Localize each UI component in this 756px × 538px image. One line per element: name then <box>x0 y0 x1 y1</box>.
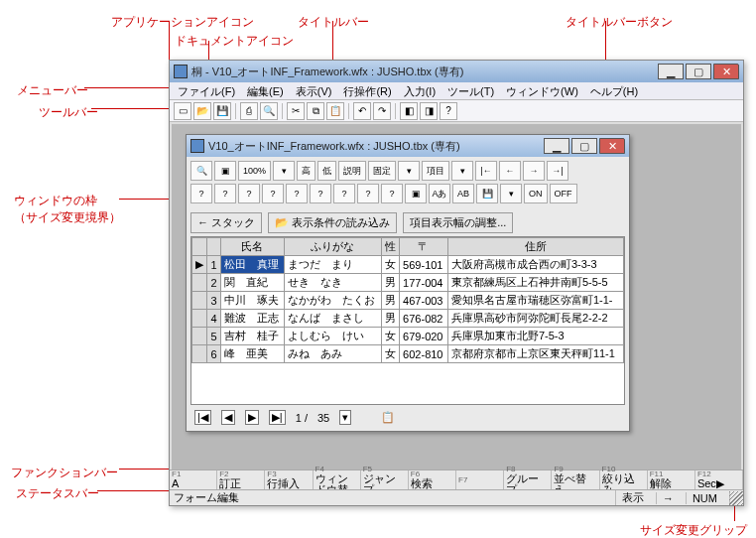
menu-window[interactable]: ウィンドウ(W) <box>502 84 582 97</box>
cell-kana[interactable]: よしむら けい <box>284 328 381 345</box>
tb-low[interactable]: 低 <box>317 161 336 181</box>
cell-kana[interactable]: みね あみ <box>284 345 381 363</box>
cell-addr[interactable]: 愛知県名古屋市瑞穂区弥富町1-1- <box>447 292 623 310</box>
cell-sex[interactable]: 女 <box>381 256 400 274</box>
fkey-f6[interactable]: F6検索 <box>409 471 456 489</box>
fkey-f11[interactable]: F11解除 <box>648 471 695 489</box>
menu-file[interactable]: ファイル(F) <box>174 84 239 97</box>
cell-zip[interactable]: 569-101 <box>400 256 448 274</box>
tb-next-icon[interactable]: → <box>523 161 545 181</box>
table-row[interactable]: 6峰 亜美みね あみ女602-810京都府京都市上京区東天秤町11-1 <box>192 345 624 363</box>
cell-name[interactable]: 関 直紀 <box>221 274 285 292</box>
child-titlebar[interactable]: V10_オートINF_Framework.wfx : JUSHO.tbx (専有… <box>187 135 629 157</box>
tb-save-icon[interactable]: 💾 <box>213 102 231 120</box>
data-grid[interactable]: 氏名 ふりがな 性 〒 住所 ▶1松田 真理まつだ まり女569-101大阪府高… <box>190 236 625 405</box>
col-addr[interactable]: 住所 <box>447 238 623 256</box>
table-row[interactable]: 2関 直紀せき なき男177-004東京都練馬区上石神井南町5-5-5 <box>192 274 624 292</box>
tb2-aあ-icon[interactable]: Aあ <box>429 184 450 203</box>
stack-button[interactable]: ← スタック <box>190 212 262 233</box>
col-indicator[interactable] <box>192 238 207 256</box>
tb-preview-icon[interactable]: 🔍 <box>260 102 278 120</box>
nav-last-icon[interactable]: ▶| <box>269 410 286 425</box>
maximize-button[interactable]: ▢ <box>686 64 711 79</box>
child-close-button[interactable]: ✕ <box>599 138 625 154</box>
tb2-save-icon[interactable]: 💾 <box>476 184 498 203</box>
tb2-btn[interactable]: ? <box>357 184 379 203</box>
cell-addr[interactable]: 東京都練馬区上石神井南町5-5-5 <box>447 274 623 292</box>
tb-off[interactable]: OFF <box>550 184 577 203</box>
close-button[interactable]: ✕ <box>713 64 739 79</box>
tb2-dd-icon[interactable]: ▾ <box>500 184 522 203</box>
fkey-f10[interactable]: F10絞り込み <box>600 471 648 489</box>
cell-sex[interactable]: 男 <box>381 310 400 328</box>
cell-name[interactable]: 松田 真理 <box>221 256 285 274</box>
cell-addr[interactable]: 京都府京都市上京区東天秤町11-1 <box>447 345 623 363</box>
tb-redo-icon[interactable]: ↷ <box>373 102 391 120</box>
load-cond-button[interactable]: 📂 表示条件の読み込み <box>268 212 397 233</box>
fkey-f3[interactable]: F3行挿入 <box>265 471 313 489</box>
fkey-f2[interactable]: F2訂正 <box>217 471 265 489</box>
nav-first-icon[interactable]: |◀ <box>194 410 211 425</box>
tb2-btn[interactable]: ? <box>262 184 284 203</box>
col-name[interactable]: 氏名 <box>221 238 285 256</box>
fkey-f5[interactable]: F5ジャンプ <box>361 471 409 489</box>
tb2-btn[interactable]: ? <box>190 184 212 203</box>
tb-print-icon[interactable]: ⎙ <box>240 102 258 120</box>
page-dd-icon[interactable]: ▾ <box>339 410 351 425</box>
menu-edit[interactable]: 編集(E) <box>243 84 288 97</box>
fkey-f7[interactable]: F7 <box>456 471 504 489</box>
tb-misc1-icon[interactable]: ◧ <box>400 102 418 120</box>
tb-fixed[interactable]: 固定 <box>368 161 396 181</box>
menu-row[interactable]: 行操作(R) <box>339 84 395 97</box>
tb-misc2-icon[interactable]: ◨ <box>420 102 438 120</box>
cell-name[interactable]: 難波 正志 <box>221 310 285 328</box>
menu-tool[interactable]: ツール(T) <box>443 84 498 97</box>
fkey-f9[interactable]: F9並べ替え <box>552 471 599 489</box>
cell-addr[interactable]: 大阪府高槻市成合西の町3-3-3 <box>447 256 623 274</box>
tb-new-icon[interactable]: ▭ <box>174 102 191 120</box>
table-row[interactable]: 4難波 正志なんば まさし男676-082兵庫県高砂市阿弥陀町長尾2-2-2 <box>192 310 624 328</box>
resize-grip[interactable] <box>729 491 743 505</box>
cell-name[interactable]: 中川 琢夫 <box>221 292 285 310</box>
zoom-fit-icon[interactable]: ▣ <box>214 161 236 181</box>
col-rownum[interactable] <box>207 238 221 256</box>
cell-sex[interactable]: 男 <box>381 292 400 310</box>
zoom-pct[interactable]: 100% <box>238 161 271 181</box>
zoom-dd-icon[interactable]: ▾ <box>273 161 295 181</box>
tb2-btn[interactable]: ? <box>238 184 260 203</box>
app-titlebar[interactable]: 桐 - V10_オートINF_Framework.wfx : JUSHO.tbx… <box>170 61 743 82</box>
cell-sex[interactable]: 女 <box>381 345 400 363</box>
col-width-button[interactable]: 項目表示幅の調整... <box>403 212 513 233</box>
cell-zip[interactable]: 602-810 <box>400 345 448 363</box>
cell-sex[interactable]: 男 <box>381 274 400 292</box>
tb-cut-icon[interactable]: ✂ <box>287 102 305 120</box>
tb-desc[interactable]: 説明 <box>338 161 366 181</box>
cell-kana[interactable]: なかがわ たくお <box>284 292 381 310</box>
zoom-in-icon[interactable]: 🔍 <box>190 161 212 181</box>
fkey-f1[interactable]: F1A <box>170 471 217 489</box>
tb-item-dd-icon[interactable]: ▾ <box>451 161 473 181</box>
tb-high[interactable]: 高 <box>297 161 315 181</box>
cell-zip[interactable]: 676-082 <box>400 310 448 328</box>
fkey-f8[interactable]: F8グループ <box>504 471 552 489</box>
cell-kana[interactable]: まつだ まり <box>284 256 381 274</box>
cell-sex[interactable]: 女 <box>381 328 400 345</box>
tb2-btn[interactable]: ? <box>214 184 236 203</box>
tb2-btn[interactable]: ? <box>310 184 331 203</box>
tb2-aB-icon[interactable]: AB <box>452 184 474 203</box>
tb-prev-icon[interactable]: ← <box>499 161 521 181</box>
cell-zip[interactable]: 177-004 <box>400 274 448 292</box>
cell-addr[interactable]: 兵庫県加東市北野7-5-3 <box>447 328 623 345</box>
tb2-btn[interactable]: ? <box>333 184 355 203</box>
cell-addr[interactable]: 兵庫県高砂市阿弥陀町長尾2-2-2 <box>447 310 623 328</box>
nav-next-icon[interactable]: ▶ <box>245 410 259 425</box>
tb-paste-icon[interactable]: 📋 <box>326 102 344 120</box>
tb2-btn[interactable]: ▣ <box>405 184 427 203</box>
menu-help[interactable]: ヘルプ(H) <box>586 84 642 97</box>
table-row[interactable]: ▶1松田 真理まつだ まり女569-101大阪府高槻市成合西の町3-3-3 <box>192 256 624 274</box>
tb-first-icon[interactable]: |← <box>475 161 497 181</box>
table-row[interactable]: 5吉村 桂子よしむら けい女679-020兵庫県加東市北野7-5-3 <box>192 328 624 345</box>
col-kana[interactable]: ふりがな <box>284 238 381 256</box>
table-row[interactable]: 3中川 琢夫なかがわ たくお男467-003愛知県名古屋市瑞穂区弥富町1-1- <box>192 292 624 310</box>
cell-kana[interactable]: なんば まさし <box>284 310 381 328</box>
